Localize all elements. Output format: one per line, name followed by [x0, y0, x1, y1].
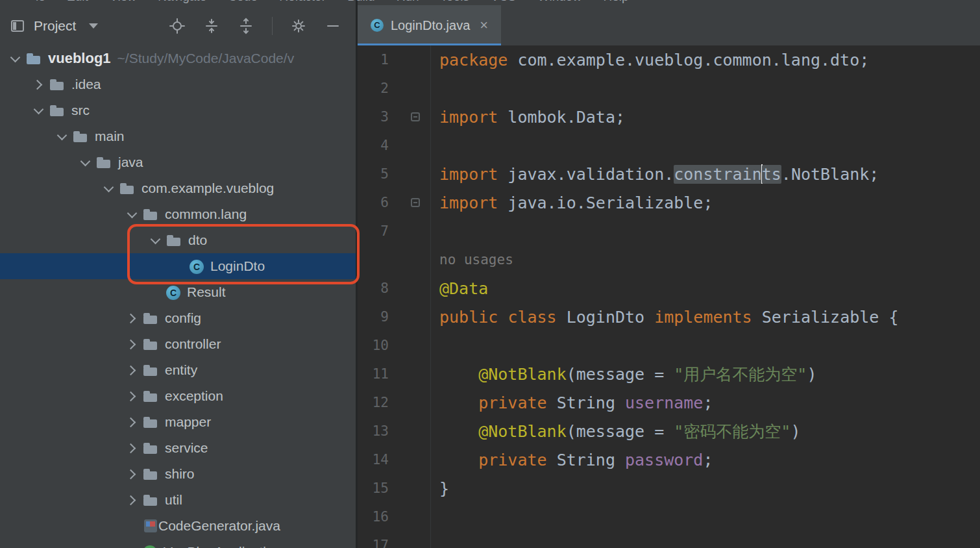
code-line-11[interactable]: @NotBlank(message = "用户名不能为空")	[439, 360, 980, 388]
chevron-right-icon[interactable]	[121, 461, 143, 487]
code-line-10[interactable]	[439, 331, 980, 360]
line-number[interactable]: 17	[358, 538, 389, 548]
tree-item-controller[interactable]: controller	[0, 331, 356, 357]
code-line-4[interactable]	[439, 131, 980, 160]
chevron-right-icon[interactable]	[121, 487, 143, 513]
tree-item-config[interactable]: config	[0, 305, 356, 331]
chevron-down-icon[interactable]	[4, 45, 26, 71]
code-line-16[interactable]	[439, 503, 980, 531]
code-line-15[interactable]: }	[439, 474, 980, 503]
line-number[interactable]: 1	[358, 52, 389, 68]
tab-logindto-java[interactable]: C LoginDto.java ×	[358, 5, 501, 45]
chevron-right-icon[interactable]	[121, 357, 143, 383]
tree-item-main[interactable]: main	[0, 123, 356, 149]
chevron-right-icon[interactable]	[121, 331, 143, 357]
settings-gear-icon[interactable]	[290, 18, 307, 34]
java-file-icon	[144, 519, 157, 532]
tree-item-vueblogapplication[interactable]: VueBlogApplication	[0, 539, 356, 548]
fold-marker-icon[interactable]	[411, 198, 420, 207]
chevron-right-icon[interactable]	[121, 435, 143, 461]
line-number[interactable]: 11	[358, 366, 389, 382]
code-line-inlay[interactable]: no usages	[439, 245, 980, 274]
tree-item-label: .idea	[71, 77, 101, 92]
fold-marker-icon[interactable]	[411, 112, 420, 121]
folder-icon	[143, 440, 158, 456]
tree-item-java[interactable]: java	[0, 149, 356, 175]
chevron-down-icon[interactable]	[97, 175, 119, 201]
chevron-down-icon[interactable]	[51, 123, 73, 149]
code-line-17[interactable]	[439, 531, 980, 548]
tree-item-entity[interactable]: entity	[0, 357, 356, 383]
tree-item-com-example-vueblog[interactable]: com.example.vueblog	[0, 175, 356, 201]
tree-item-util[interactable]: util	[0, 487, 356, 513]
code-line-12[interactable]: private String username;	[439, 388, 980, 417]
tree-item-src[interactable]: src	[0, 97, 356, 123]
tree-item-label: VueBlogApplication	[164, 544, 281, 548]
tree-item-mapper[interactable]: mapper	[0, 409, 356, 435]
class-icon: C	[166, 286, 180, 300]
folder-icon	[143, 414, 158, 430]
line-number[interactable]: 13	[358, 423, 389, 439]
code-line-9[interactable]: public class LoginDto implements Seriali…	[439, 303, 980, 331]
chevron-right-icon[interactable]	[27, 71, 49, 97]
tree-item-shiro[interactable]: shiro	[0, 461, 356, 487]
line-number[interactable]: 2	[358, 81, 389, 96]
expand-all-icon[interactable]	[238, 18, 254, 34]
chevron-right-icon[interactable]	[121, 305, 143, 331]
tree-item-common-lang[interactable]: common.lang	[0, 201, 356, 227]
folder-icon	[143, 206, 158, 222]
line-number[interactable]: 14	[358, 452, 389, 467]
code-line-14[interactable]: private String password;	[439, 445, 980, 474]
tree-item--idea[interactable]: .idea	[0, 71, 356, 97]
chevron-right-icon[interactable]	[121, 409, 143, 435]
line-number[interactable]: 15	[358, 480, 389, 496]
tree-item-codegenerator-java[interactable]: CodeGenerator.java	[0, 513, 356, 539]
line-number[interactable]: 9	[358, 309, 389, 325]
code-line-8[interactable]: @Data	[439, 274, 980, 303]
locate-file-icon[interactable]	[169, 18, 186, 34]
code-line-1[interactable]: package com.example.vueblog.common.lang.…	[439, 45, 980, 74]
project-tree: vueblog1~/Study/MyCode/JavaCode/v.ideasr…	[0, 45, 356, 548]
code-line-6[interactable]: import java.io.Serializable;	[439, 188, 980, 217]
line-number[interactable]: 10	[358, 338, 389, 353]
code-line-3[interactable]: import lombok.Data;	[439, 103, 980, 131]
line-number[interactable]: 16	[358, 509, 389, 525]
code-token: @NotBlank	[478, 422, 566, 441]
tree-item-dto[interactable]: dto	[0, 227, 356, 253]
line-number[interactable]: 8	[358, 280, 389, 296]
tree-item-service[interactable]: service	[0, 435, 356, 461]
hide-panel-icon[interactable]	[325, 18, 341, 34]
close-tab-icon[interactable]: ×	[480, 19, 488, 32]
line-number[interactable]: 12	[358, 395, 389, 410]
code-line-7[interactable]	[439, 217, 980, 245]
folder-root-icon	[26, 51, 42, 66]
line-number[interactable]: 7	[358, 223, 389, 239]
line-number[interactable]: 5	[358, 166, 389, 182]
chevron-down-icon[interactable]	[27, 97, 49, 123]
tree-item-label: LoginDto	[210, 258, 265, 274]
tree-item-exception[interactable]: exception	[0, 383, 356, 409]
code-token: }	[439, 479, 449, 498]
line-number[interactable]: 4	[358, 138, 389, 153]
line-number[interactable]: 3	[358, 109, 389, 125]
code-line-5[interactable]: import javax.validation.constraints.NotB…	[439, 160, 980, 188]
tree-item-vueblog1[interactable]: vueblog1~/Study/MyCode/JavaCode/v	[0, 45, 356, 71]
gutter-row	[358, 245, 430, 274]
code-token: (message =	[567, 365, 674, 384]
folder-icon	[49, 103, 65, 118]
chevron-down-icon[interactable]	[121, 201, 143, 227]
chevron-down-icon[interactable]	[74, 149, 96, 175]
tab-title: LoginDto.java	[391, 18, 470, 33]
code-line-13[interactable]: @NotBlank(message = "密码不能为空")	[439, 417, 980, 445]
class-icon: C	[371, 19, 384, 32]
collapse-all-icon[interactable]	[203, 18, 220, 34]
tree-item-result[interactable]: CResult	[0, 279, 356, 305]
chevron-right-icon[interactable]	[121, 383, 143, 409]
gutter-row: 5	[358, 160, 430, 188]
tree-item-logindto[interactable]: CLoginDto	[0, 253, 356, 279]
line-number[interactable]: 6	[358, 195, 389, 210]
chevron-spacer	[167, 253, 190, 279]
project-view-selector[interactable]: Project	[9, 18, 98, 34]
code-line-2[interactable]	[439, 74, 980, 103]
chevron-down-icon[interactable]	[144, 227, 166, 253]
